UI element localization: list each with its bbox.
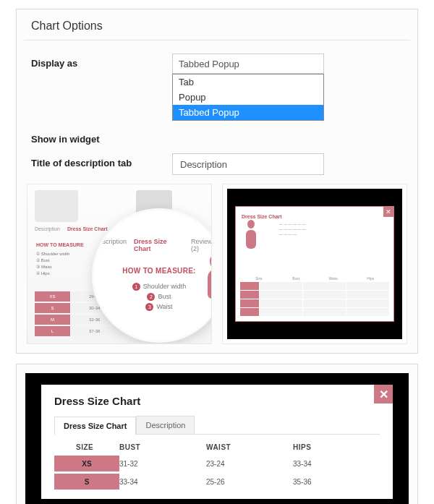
popup-title: Dress Size Chart	[54, 395, 380, 407]
table-header: SIZE BUST WAIST HIPS	[54, 443, 380, 456]
tab-preview: Description Dress Size Chart Reviews HOW…	[27, 184, 212, 344]
display-as-label: Display as	[31, 54, 172, 69]
table-row: XS 31-32 23-24 33-34	[54, 456, 380, 471]
mag-tab-chart: Dress Size Chart	[134, 238, 184, 252]
mag-tab-desc: Description	[94, 238, 127, 252]
close-icon[interactable]: ✕	[383, 207, 393, 217]
panel-title: Chart Options	[17, 9, 417, 40]
mini-title: Dress Size Chart	[236, 207, 393, 222]
body-figure-icon	[203, 254, 212, 319]
magnify-list: 1Shoulder width 2Bust 3Waist	[94, 283, 212, 311]
tab-description[interactable]: Description	[136, 416, 195, 434]
option-popup[interactable]: Popup	[173, 90, 323, 105]
close-button[interactable]: ✕	[374, 385, 393, 403]
tabbed-popup-backdrop: ✕ Dress Size Chart Dress Size Chart Desc…	[25, 373, 409, 504]
title-tab-label: Title of description tab	[31, 153, 172, 168]
table-row: S 33-34 25-26 35-36	[54, 474, 380, 490]
size-table: SIZE BUST WAIST HIPS XS 31-32 23-24 33-3…	[54, 443, 380, 490]
chart-options-panel: Chart Options Display as Tabbed Popup Ta…	[16, 9, 418, 354]
magnify-measure: HOW TO MEASURE:	[94, 267, 212, 275]
bg-measure: HOW TO MEASURE	[36, 242, 84, 247]
display-as-row: Display as Tabbed Popup Tab Popup Tabbed…	[17, 49, 417, 125]
mag-tab-reviews: Reviews (2)	[191, 238, 212, 252]
show-in-widget-row: Show in widget	[17, 125, 417, 149]
product-thumb	[35, 190, 78, 222]
show-in-widget-label: Show in widget	[31, 129, 172, 145]
option-tab[interactable]: Tab	[173, 74, 323, 90]
tab-size-chart[interactable]: Dress Size Chart	[54, 417, 136, 435]
bg-list: ① Shoulder width ② Bust ③ Waist ④ Hips	[36, 251, 69, 277]
divider	[24, 40, 410, 40]
body-figure-icon	[246, 220, 256, 250]
title-tab-input[interactable]	[172, 153, 324, 175]
preview-row: Description Dress Size Chart Reviews HOW…	[17, 184, 417, 344]
option-tabbed-popup[interactable]: Tabbed Popup	[173, 105, 323, 120]
mini-popup: ✕ Dress Size Chart — — — — — —— — — — — …	[235, 206, 394, 322]
title-tab-row: Title of description tab	[17, 149, 417, 179]
popup-tabs: Dress Size Chart Description	[54, 416, 380, 435]
popup-preview: ✕ Dress Size Chart — — — — — —— — — — — …	[222, 184, 407, 344]
magnify-tabs: Description Dress Size Chart Reviews (2)	[94, 238, 212, 252]
mini-notes: — — — — — —— — — — — —— — — —	[236, 222, 393, 237]
display-as-dropdown[interactable]: Tab Popup Tabbed Popup	[172, 74, 324, 121]
tabbed-popup-preview-panel: ✕ Dress Size Chart Dress Size Chart Desc…	[16, 364, 418, 504]
display-as-select[interactable]: Tabbed Popup	[172, 54, 324, 74]
tabbed-popup: ✕ Dress Size Chart Dress Size Chart Desc…	[41, 385, 393, 499]
mini-table: SizeBustWaistHips	[240, 275, 389, 317]
